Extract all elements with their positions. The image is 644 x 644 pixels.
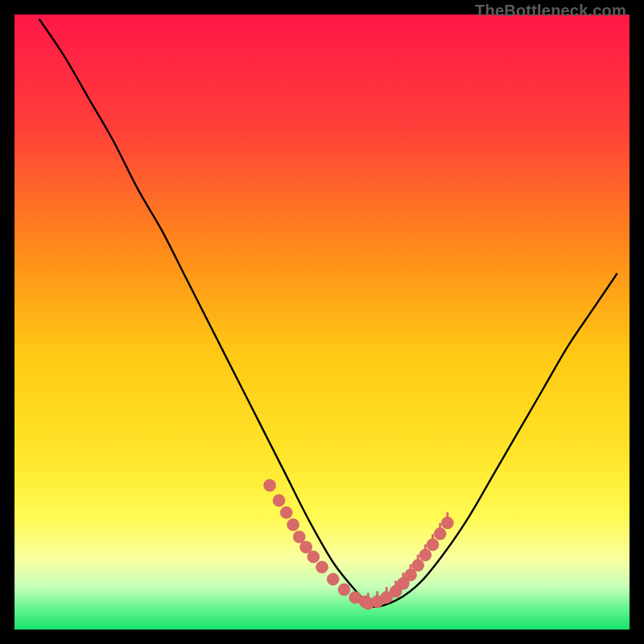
svg-point-13 (280, 506, 292, 518)
svg-point-11 (264, 479, 276, 491)
watermark-text: TheBottleneck.com (475, 2, 626, 20)
chart-frame (0, 0, 644, 644)
svg-point-20 (338, 584, 350, 596)
svg-point-31 (427, 539, 439, 551)
svg-point-12 (273, 494, 285, 506)
svg-point-33 (441, 517, 453, 529)
svg-point-15 (293, 530, 305, 543)
svg-point-18 (316, 561, 328, 573)
svg-point-28 (405, 569, 417, 581)
gradient-background (14, 14, 630, 630)
svg-point-19 (327, 573, 339, 585)
svg-point-17 (308, 551, 320, 563)
bottleneck-chart (14, 14, 630, 630)
svg-point-14 (287, 518, 299, 530)
svg-point-29 (412, 559, 424, 572)
svg-point-30 (419, 549, 431, 561)
svg-point-16 (300, 541, 312, 553)
svg-point-32 (434, 528, 446, 540)
